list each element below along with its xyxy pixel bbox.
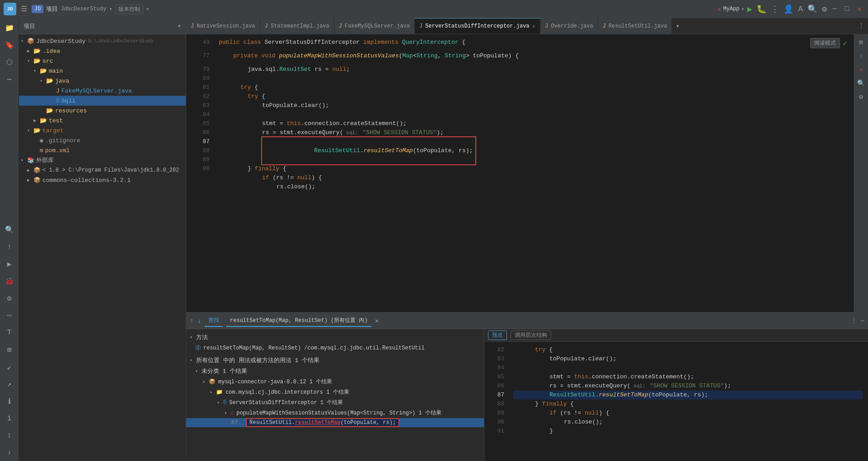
- tree-item-main[interactable]: ▾ 📂 main: [19, 66, 186, 76]
- tab-fakemysql[interactable]: J FakeMySQLServer.java: [334, 18, 415, 34]
- method-text: resultSetToMap(Map, ResultSet) /com.mysq…: [203, 345, 480, 351]
- tree-item-jdk[interactable]: ▶ 📦 < 1.8 > C:\Program Files\Java\jdk1.8…: [19, 165, 186, 175]
- file-tree-panel: 项目 ▾ ▾ 📦 JdbcDeserStudy D:\JAVA\JdbcDese…: [19, 18, 186, 461]
- tab-more-button[interactable]: ⋮: [854, 22, 868, 30]
- tree-item-commons[interactable]: ▶ 📦 commons-collections-3.2.1: [19, 175, 186, 185]
- tree-item-target[interactable]: ▾ 📂 target: [19, 126, 186, 135]
- bottom-more-icon[interactable]: ⋮: [851, 317, 857, 325]
- close-button[interactable]: ✕: [854, 5, 864, 14]
- gutter-icon-3[interactable]: ⚡: [855, 63, 868, 76]
- more-actions-icon[interactable]: ⋮: [771, 4, 779, 14]
- settings-icon[interactable]: ⚙: [822, 4, 827, 14]
- tab-override[interactable]: J Override.java: [540, 18, 598, 34]
- gutter-icon-5[interactable]: ⚙: [855, 90, 868, 103]
- tree-item-pom[interactable]: m pom.xml: [19, 145, 186, 155]
- preview-line-85: stmt = this.connection.createStatement()…: [513, 373, 863, 382]
- preview-tab-callhierarchy[interactable]: 调用层次结构: [511, 331, 551, 340]
- result-item-lib[interactable]: ▾ 📦 mysql-connector-java-8.0.12 1 个结果: [186, 377, 484, 387]
- code-gap-1: [219, 47, 863, 51]
- tab-nativesession[interactable]: J NativeSession.java: [186, 18, 260, 34]
- tree-item-fakemysql[interactable]: J FakeMySQLServer.java: [19, 86, 186, 96]
- gutter-icon-4[interactable]: 🔍: [855, 77, 868, 89]
- result-item-method[interactable]: ⓓ resultSetToMap(Map, ResultSet) /com.my…: [186, 343, 484, 353]
- preview-code-content[interactable]: try { toPopulate.clear(); stmt = this.co…: [508, 342, 868, 461]
- highlighted-call: ResultSetUtil.resultSetToMap(toPopulate,…: [262, 137, 475, 164]
- reading-mode-label[interactable]: 阅读模式: [810, 38, 840, 48]
- tree-item-gitignore[interactable]: ◉ .gitignore: [19, 135, 186, 145]
- code-editor[interactable]: public class ServerStatusDiffInterceptor…: [213, 34, 868, 312]
- tree-icon-jdk: 📦: [33, 167, 41, 174]
- bottom-tab-query[interactable]: resultSetToMap(Map, ResultSet) (所有位置 内): [226, 315, 371, 327]
- sidebar-debug-icon[interactable]: 🐞: [1, 273, 18, 289]
- code-line-90: rs.close();: [219, 182, 863, 191]
- tab-serverstatusdiff[interactable]: J ServerStatusDiffInterceptor.java ✕: [415, 18, 540, 34]
- tree-item-src[interactable]: ▾ 📂 src: [19, 56, 186, 66]
- result-detail-87[interactable]: 87 ResultSetUtil.resultSetToMap(toPopula…: [186, 418, 484, 427]
- result-header-uncat[interactable]: ▾ 未分类 1 个结果: [186, 366, 484, 377]
- tab-overflow-button[interactable]: ▾: [672, 22, 683, 30]
- arrow-usages: ▾: [190, 358, 196, 363]
- menu-icon[interactable]: ☰: [19, 3, 29, 15]
- myapp-config[interactable]: ✕ MyApp ▾: [718, 5, 745, 13]
- tree-item-test[interactable]: ▶ 📂 test: [19, 116, 186, 126]
- tab-icon-fakemysql: J: [339, 23, 342, 29]
- sidebar-run-icon[interactable]: ▶: [1, 256, 18, 272]
- tree-item-idea[interactable]: ▶ 📂 .idea: [19, 46, 186, 56]
- bottom-tab-close-icon[interactable]: ✕: [375, 317, 379, 325]
- sidebar-git-icon[interactable]: ↑: [1, 239, 18, 255]
- class-icon: ©: [223, 400, 226, 406]
- maximize-button[interactable]: □: [842, 5, 852, 13]
- file-tree-dropdown-icon[interactable]: ▾: [178, 22, 181, 30]
- sidebar-refactor-icon[interactable]: ↔: [1, 307, 18, 324]
- bottom-tab-find[interactable]: 查找: [205, 315, 223, 327]
- run-button[interactable]: ▶: [747, 4, 752, 14]
- sidebar-format-icon[interactable]: T: [1, 325, 18, 341]
- result-item-class[interactable]: ▾ © ServerStatusDiffInterceptor 1 个结果: [186, 397, 484, 408]
- sidebar-chevron-icon[interactable]: ›: [1, 445, 18, 461]
- tree-icon-main: 📂: [40, 67, 47, 75]
- bottom-close-icon[interactable]: ─: [861, 317, 864, 325]
- sidebar-info-icon[interactable]: ℹ: [1, 393, 18, 410]
- lib-icon: 📦: [209, 378, 216, 385]
- detail-suffix: (toPopulate, rs);: [341, 419, 396, 426]
- result-item-pkg[interactable]: ▾ 📁 com.mysql.cj.jdbc.interceptors 1 个结果: [186, 387, 484, 397]
- search-everywhere-icon[interactable]: 🔍: [807, 4, 817, 14]
- debug-icon[interactable]: 🐛: [756, 4, 766, 14]
- sidebar-terminal-icon[interactable]: ⊞: [1, 342, 18, 358]
- result-header-usages[interactable]: ▾ 所有位置 中的 用法或被方法的用法 1 个结果: [186, 355, 484, 366]
- sidebar-settings2-icon[interactable]: ⚙: [1, 290, 18, 307]
- sidebar-project-icon[interactable]: 📁: [1, 20, 18, 36]
- sidebar-bookmarks-icon[interactable]: 🔖: [1, 37, 18, 53]
- tree-item-resources[interactable]: 📂 resources: [19, 106, 186, 116]
- sidebar-structure-icon[interactable]: i: [1, 410, 18, 427]
- translate-icon[interactable]: A: [798, 5, 803, 14]
- result-item-func[interactable]: ▾ ⚠ populateMapWithSessionStatusValues(M…: [186, 408, 484, 418]
- preview-line-89: if (rs != null) {: [513, 409, 863, 418]
- tab-resultsetutil[interactable]: J ResultSetUtil.java: [598, 18, 672, 34]
- result-header-method[interactable]: ▾ 方法: [186, 332, 484, 343]
- tab-close-serverstatusdiff[interactable]: ✕: [532, 23, 535, 30]
- sidebar-arrow2-icon[interactable]: ↗: [1, 376, 18, 392]
- tree-item-java[interactable]: ▾ 📂 java: [19, 76, 186, 86]
- tree-item-root[interactable]: ▾ 📦 JdbcDeserStudy D:\JAVA\JdbcDeserStud…: [19, 36, 186, 46]
- gutter-icon-2[interactable]: ↕: [855, 50, 868, 62]
- tree-item-extlib[interactable]: ▾ 📚 外部库: [19, 155, 186, 165]
- profile-icon[interactable]: 👤: [784, 4, 793, 14]
- tree-icon-src: 📂: [33, 57, 41, 65]
- vcs-button[interactable]: 版本控制: [115, 5, 143, 14]
- sidebar-more-icon[interactable]: ⋯: [1, 71, 18, 88]
- gutter-icon-1[interactable]: m: [855, 36, 868, 49]
- tab-statementimpl[interactable]: J StatementImpl.java: [260, 18, 334, 34]
- bottom-move-down-icon[interactable]: ↓: [197, 317, 201, 325]
- preview-tab-preview[interactable]: 预览: [488, 331, 507, 340]
- sidebar-arrow1-icon[interactable]: ↙: [1, 359, 18, 375]
- bottom-move-up-icon[interactable]: ↑: [190, 317, 193, 325]
- tree-item-sqli[interactable]: © Sqli: [19, 96, 186, 106]
- sidebar-expanddown-icon[interactable]: ↕: [1, 428, 18, 444]
- minimize-button[interactable]: ─: [830, 5, 840, 13]
- sidebar-search-icon[interactable]: 🔍: [1, 222, 18, 238]
- arrow-method: ▾: [190, 335, 196, 340]
- editor-right-gutter: m ↕ ⚡ 🔍 ⚙: [854, 34, 868, 312]
- sidebar-plugins-icon[interactable]: ⬡: [1, 54, 18, 70]
- project-name[interactable]: 项目: [46, 5, 58, 13]
